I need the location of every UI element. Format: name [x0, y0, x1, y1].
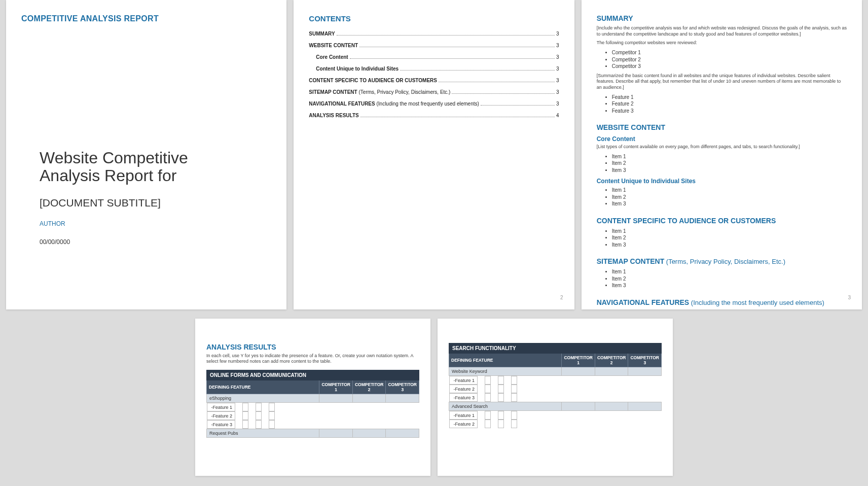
table-cell [269, 420, 275, 429]
list-item: Feature 1 [612, 94, 847, 101]
feature-list: Feature 1Feature 2Feature 3 [597, 94, 847, 115]
table-cell [269, 411, 275, 420]
list-item: Competitor 2 [612, 56, 847, 63]
sitemap-list: Item 1Item 2Item 3 [597, 268, 847, 289]
cover-title: Website Competitive Analysis Report for [21, 149, 271, 185]
table-cell [242, 420, 248, 429]
list-item: Competitor 3 [612, 63, 847, 70]
table-cell [319, 394, 353, 402]
table-cell-feature: -Feature 1 [207, 403, 236, 411]
list-item: Feature 3 [612, 108, 847, 115]
toc-entry: Core Content3 [309, 54, 559, 60]
table-cell [498, 393, 504, 402]
table-row: -Feature 1 [207, 403, 319, 411]
toc-entry-page: 3 [556, 43, 559, 48]
table-cell-feature: Advanced Search [449, 402, 562, 411]
table-cell [242, 411, 248, 420]
toc-entry-page: 3 [556, 66, 559, 72]
table-cell-feature: -Feature 2 [449, 420, 478, 428]
core-content-heading: Core Content [597, 135, 847, 143]
nav-heading-label: NAVIGATIONAL FEATURES [597, 298, 690, 306]
list-item: Competitor 1 [612, 49, 847, 56]
table-cell [485, 420, 491, 428]
table-cell [386, 394, 419, 402]
nav-heading-paren: (Including the most frequently used elem… [689, 299, 824, 306]
toc-entry-page: 3 [556, 89, 559, 95]
table-row: -Feature 1 [449, 376, 562, 385]
list-item: Item 2 [612, 234, 847, 241]
table-header-c1: COMPETITOR 1 [562, 354, 595, 367]
table-cell [352, 394, 386, 402]
table-cell [485, 411, 491, 420]
list-item: Item 2 [612, 160, 847, 167]
table-row: -Feature 3 [207, 420, 319, 429]
toc-entry: NAVIGATIONAL FEATURES (Including the mos… [309, 101, 559, 107]
sitemap-heading-paren: (Terms, Privacy Policy, Disclaimers, Etc… [664, 258, 785, 265]
table-header-c3: COMPETITOR 3 [386, 380, 419, 394]
table-cell [498, 420, 504, 428]
competitor-list: Competitor 1Competitor 2Competitor 3 [597, 49, 847, 70]
toc-entry-page: 3 [556, 78, 559, 83]
toc-list: SUMMARY3WEBSITE CONTENT3Core Content3Con… [309, 31, 559, 118]
toc-entry-page: 3 [556, 31, 559, 37]
table-cell-feature: -Feature 1 [449, 411, 478, 420]
page-row-1: COMPETITIVE ANALYSIS REPORT Website Comp… [6, 0, 862, 309]
toc-dots [452, 93, 555, 94]
table-row: eShopping [207, 394, 419, 402]
table-cell [562, 402, 595, 411]
table-header-c2: COMPETITOR 2 [352, 380, 386, 394]
table-cell-feature: -Feature 1 [449, 376, 478, 385]
list-item: Item 3 [612, 200, 847, 207]
table-cell-feature: -Feature 2 [207, 411, 236, 420]
unique-content-heading: Content Unique to Individual Sites [597, 178, 847, 185]
table-row: -Feature 2 [449, 420, 562, 428]
table-cell [386, 429, 419, 437]
toc-entry-label: SUMMARY [309, 31, 335, 37]
toc-entry-label: ANALYSIS RESULTS [309, 113, 358, 118]
table-cell [498, 385, 504, 393]
table-header-defining: DEFINING FEATURE [449, 354, 562, 367]
table-cell [511, 385, 517, 393]
sitemap-heading: SITEMAP CONTENT (Terms, Privacy Policy, … [597, 257, 847, 265]
table-row: Request Pubs [207, 429, 419, 437]
table-cell [628, 367, 662, 376]
table-cell [595, 402, 628, 411]
toc-dots [360, 117, 555, 117]
table-cell [498, 411, 504, 420]
list-item: Item 3 [612, 167, 847, 174]
list-item: Item 1 [612, 153, 847, 160]
toc-entry: SUMMARY3 [309, 31, 559, 37]
analysis-results-desc: In each cell, use Y for yes to indicate … [206, 353, 419, 365]
summary-reviewed-intro: The following competitor websites were r… [597, 40, 847, 46]
summary-desc: [Include who the competitive analysis wa… [597, 25, 847, 37]
toc-entry-page: 4 [556, 113, 559, 118]
toc-dots [400, 70, 555, 71]
cover-subtitle: [DOCUMENT SUBTITLE] [21, 197, 271, 209]
toc-entry-page: 3 [556, 54, 559, 60]
toc-entry: SITEMAP CONTENT (Terms, Privacy Policy, … [309, 89, 559, 95]
list-item: Item 1 [612, 228, 847, 235]
page-4-analysis: ANALYSIS RESULTS In each cell, use Y for… [195, 319, 430, 476]
table-cell [595, 367, 628, 376]
toc-dots [439, 82, 555, 82]
toc-entry: WEBSITE CONTENT3 [309, 43, 559, 48]
list-item: Feature 2 [612, 100, 847, 108]
table-cell [319, 429, 353, 437]
table-cell [511, 411, 517, 420]
table-cell [562, 367, 595, 376]
summary-heading: SUMMARY [597, 14, 847, 22]
cover-title-line2: Analysis Report for [40, 166, 176, 185]
list-item: Item 1 [612, 187, 847, 194]
table-cell-feature: -Feature 3 [207, 420, 236, 429]
table-cell-feature: Request Pubs [207, 429, 319, 437]
audience-list: Item 1Item 2Item 3 [597, 228, 847, 249]
toc-dots [337, 35, 555, 36]
table-row: Website Keyword [449, 367, 662, 376]
toc-entry-label: Content Unique to Individual Sites [316, 66, 399, 72]
cover-title-line1: Website Competitive [40, 149, 188, 167]
list-item: Item 3 [612, 241, 847, 249]
table-cell [269, 403, 275, 411]
toc-entry-label: Core Content [316, 54, 348, 60]
page-row-2: ANALYSIS RESULTS In each cell, use Y for… [6, 319, 862, 476]
analysis-table-search: SEARCH FUNCTIONALITY DEFINING FEATURE CO… [449, 343, 662, 428]
